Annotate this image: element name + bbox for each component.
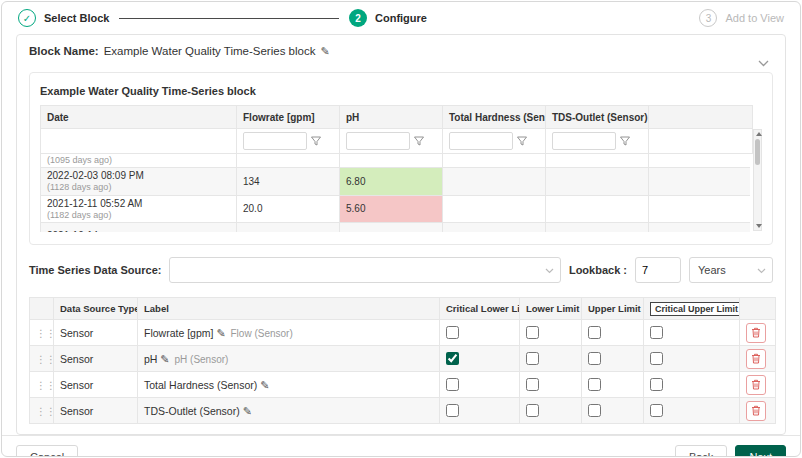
filter-icon[interactable]: [620, 136, 630, 146]
critical-lower-limit-checkbox[interactable]: [446, 404, 459, 417]
lookback-input[interactable]: [635, 257, 681, 283]
limit-row-sublabel: Flow (Sensor): [231, 328, 293, 339]
column-header-total-hardness: Total Hardness (Sensor): [443, 106, 546, 129]
date-cell: 2021-12-11 05:52 AM(1182 days ago): [41, 195, 237, 222]
limit-row-label: pH: [144, 353, 157, 365]
chevron-down-icon: [757, 268, 766, 274]
date-cell: 2022-02-03 08:09 PM(1128 days ago): [41, 168, 237, 195]
step2-number-badge: 2: [349, 9, 367, 27]
trash-icon: [751, 379, 761, 390]
total-hardness-filter-input[interactable]: [449, 132, 513, 150]
chevron-down-icon[interactable]: [758, 60, 769, 67]
data-source-type-cell: Sensor: [54, 320, 138, 346]
drag-handle-icon[interactable]: ⋮⋮: [36, 328, 54, 339]
time-series-data-source-label: Time Series Data Source:: [29, 264, 161, 276]
cancel-button[interactable]: Cancel: [16, 445, 78, 457]
step-configure[interactable]: 2 Configure: [349, 9, 427, 27]
table-row: 2022-03-08(1095 days ago): [41, 154, 751, 168]
limit-row: ⋮⋮ Sensor Total Hardness (Sensor) ✎: [30, 372, 776, 398]
drag-handle-icon[interactable]: ⋮⋮: [36, 406, 54, 417]
filter-icon[interactable]: [517, 136, 527, 146]
upper-limit-checkbox[interactable]: [588, 326, 601, 339]
trash-icon: [751, 405, 761, 416]
column-header-flowrate: Flowrate [gpm]: [237, 106, 340, 129]
lower-limit-checkbox[interactable]: [526, 352, 539, 365]
preview-table: Date Flowrate [gpm] pH Total Hardness (S…: [40, 105, 762, 232]
ph-filter-input[interactable]: [346, 132, 410, 150]
step2-label: Configure: [375, 12, 427, 24]
critical-lower-limit-checkbox[interactable]: [446, 326, 459, 339]
step-connector-line: [119, 18, 339, 19]
preview-filter-row: [41, 129, 753, 154]
flowrate-cell: [237, 154, 340, 168]
edit-label-icon[interactable]: ✎: [260, 379, 269, 391]
lower-limit-checkbox[interactable]: [526, 378, 539, 391]
limit-row: ⋮⋮ Sensor TDS-Outlet (Sensor) ✎: [30, 398, 776, 424]
step3-number-badge: 3: [699, 9, 717, 27]
lower-limit-checkbox[interactable]: [526, 326, 539, 339]
upper-limit-checkbox[interactable]: [588, 352, 601, 365]
delete-row-button[interactable]: [746, 401, 766, 421]
footer-button-group: Back Next: [675, 445, 786, 457]
lookback-unit-select[interactable]: Years: [689, 257, 773, 283]
critical-upper-limit-checkbox[interactable]: [650, 326, 663, 339]
column-header-data-source-type: Data Source Type: [54, 298, 138, 320]
critical-upper-limit-checkbox[interactable]: [650, 378, 663, 391]
delete-row-button[interactable]: [746, 349, 766, 369]
edit-label-icon[interactable]: ✎: [243, 405, 252, 417]
limit-row-label: TDS-Outlet (Sensor): [144, 405, 240, 417]
filler-filter-cell: [649, 129, 753, 154]
limits-header-row: Data Source Type Label Critical Lower Li…: [30, 298, 776, 320]
preview-collapse-row: [29, 57, 773, 70]
lookback-label: Lookback :: [569, 264, 627, 276]
flowrate-cell: 20.0: [237, 195, 340, 222]
preview-table-body: 2022-03-08(1095 days ago) 2022-02-03 08:…: [40, 154, 750, 232]
scrollbar-thumb[interactable]: [755, 139, 760, 165]
critical-upper-limit-checkbox[interactable]: [650, 352, 663, 365]
edit-label-icon[interactable]: ✎: [160, 353, 169, 365]
trash-icon: [751, 353, 761, 364]
critical-upper-limit-focused-header[interactable]: Critical Upper Limit: [650, 302, 740, 316]
scroll-up-arrow-icon[interactable]: [756, 132, 762, 136]
ph-cell: [340, 154, 443, 168]
date-filter-cell: [41, 129, 237, 154]
ph-cell: [340, 223, 443, 232]
preview-panel: Example Water Quality Time-Series block …: [29, 72, 773, 245]
critical-upper-limit-checkbox[interactable]: [650, 404, 663, 417]
critical-lower-limit-checkbox[interactable]: [446, 352, 459, 365]
back-button[interactable]: Back: [675, 445, 727, 457]
delete-row-button[interactable]: [746, 323, 766, 343]
drag-handle-icon[interactable]: ⋮⋮: [36, 354, 54, 365]
date-cell: 2022-03-08(1095 days ago): [41, 154, 237, 168]
date-cell: 2021-10-14 …: [41, 223, 237, 232]
step1-label: Select Block: [44, 12, 109, 24]
upper-limit-checkbox[interactable]: [588, 378, 601, 391]
filter-icon[interactable]: [311, 136, 321, 146]
limit-row: ⋮⋮ Sensor Flowrate [gpm] ✎ Flow (Sensor): [30, 320, 776, 346]
upper-limit-checkbox[interactable]: [588, 404, 601, 417]
limit-row-label: Flowrate [gpm]: [144, 327, 213, 339]
flowrate-filter-input[interactable]: [243, 132, 307, 150]
delete-row-button[interactable]: [746, 375, 766, 395]
critical-lower-limit-checkbox[interactable]: [446, 378, 459, 391]
block-name-label: Block Name:: [29, 45, 99, 57]
edit-label-icon[interactable]: ✎: [216, 327, 225, 339]
step-select-block[interactable]: ✓ Select Block: [18, 9, 109, 27]
drag-handle-icon[interactable]: ⋮⋮: [36, 380, 54, 391]
data-source-type-cell: Sensor: [54, 346, 138, 372]
dialog-footer: Cancel Back Next: [2, 435, 800, 457]
block-name-row: Block Name: Example Water Quality Time-S…: [29, 43, 773, 57]
time-series-data-source-select[interactable]: [169, 257, 560, 283]
filter-icon[interactable]: [414, 136, 424, 146]
edit-block-name-icon[interactable]: ✎: [320, 46, 329, 57]
tds-outlet-filter-input[interactable]: [552, 132, 616, 150]
column-header-label: Label: [138, 298, 440, 320]
vertical-scrollbar[interactable]: [753, 129, 762, 231]
scroll-down-arrow-icon[interactable]: [756, 224, 762, 228]
lower-limit-checkbox[interactable]: [526, 404, 539, 417]
next-button[interactable]: Next: [735, 445, 786, 457]
configure-block-dialog: ✓ Select Block 2 Configure 3 Add to View…: [1, 1, 801, 457]
drag-column-header: [30, 298, 54, 320]
limits-table: Data Source Type Label Critical Lower Li…: [29, 297, 776, 424]
configure-card: Block Name: Example Water Quality Time-S…: [16, 34, 786, 435]
